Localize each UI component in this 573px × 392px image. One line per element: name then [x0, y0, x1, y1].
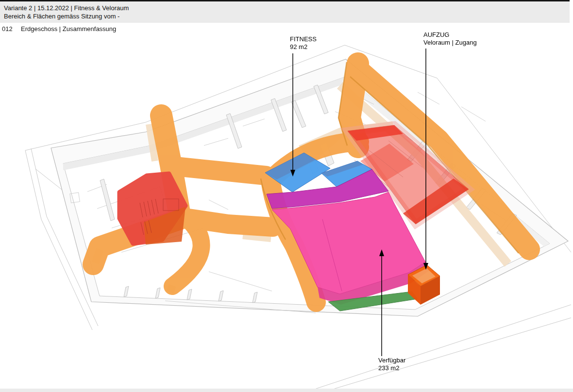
- bottom-gray-bar: [0, 389, 573, 392]
- fitness-area: 92 m2: [290, 43, 307, 50]
- title-line-1: Variante 2 | 15.12.2022 | Fitness & Velo…: [4, 4, 129, 12]
- document-line: 012 Erdgeschoss | Zusammenfassung: [0, 25, 570, 35]
- title-block: Variante 2 | 15.12.2022 | Fitness & Velo…: [0, 1, 570, 23]
- axonometric-drawing: FITNESS 92 m2 AUFZUG Veloraum | Zugang V…: [0, 0, 573, 392]
- aufzug-sub: Veloraum | Zugang: [423, 39, 477, 46]
- verfuegbar-area: 233 m2: [378, 364, 399, 372]
- verfuegbar-label: Verfügbar: [378, 357, 406, 364]
- corridor-mid-link: [171, 166, 266, 176]
- title-line-2: Bereich & Flächen gemäss Sitzung vom -: [4, 13, 119, 20]
- floor-plan-canvas: FITNESS 92 m2 AUFZUG Veloraum | Zugang V…: [0, 0, 573, 392]
- document-number: 012: [2, 25, 13, 33]
- room-red-left: [119, 174, 185, 245]
- fitness-label: FITNESS: [290, 35, 317, 43]
- document-title: Erdgeschoss | Zusammenfassung: [21, 25, 116, 33]
